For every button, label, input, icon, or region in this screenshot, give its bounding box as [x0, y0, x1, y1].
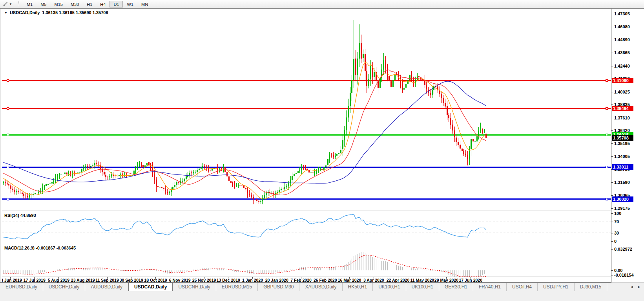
tab-scroll-left-icon[interactable]: ◄ [630, 285, 633, 289]
chart-ohlc-values: 1.36135 1.36165 1.35690 1.35708 [42, 10, 108, 15]
time-axis-label: 28 Jun 2019 [2, 278, 22, 283]
chart-tab-bar: EURUSD,DailyUSDCHF,DailyAUDUSD,DailyUSDC… [0, 283, 644, 291]
time-axis-label: 22 Apr 2020 [387, 278, 410, 283]
time-axis-label: 29 May 2020 [434, 278, 458, 283]
time-axis-label: 30 Sep 2019 [120, 278, 143, 283]
macd-tick-label: 0.00 [611, 268, 622, 273]
time-axis-label: 5 Aug 2019 [48, 278, 69, 283]
chart-tab-usdchf-daily[interactable]: USDCHF,Daily [43, 283, 86, 291]
timeframe-button-m5[interactable]: M5 [36, 1, 50, 7]
tab-scroll-right-icon[interactable]: ► [637, 285, 641, 289]
time-axis-label: 20 Jan 2020 [265, 278, 288, 283]
collapse-icon[interactable]: ▼ [4, 11, 7, 15]
price-level-badge: 1.30020 [612, 196, 633, 202]
chart-window: ▼ USDCAD,Daily 1.36135 1.36165 1.35690 1… [0, 8, 644, 283]
price-tick-label: 1.44890 [611, 37, 630, 42]
price-tick-label: 1.42440 [611, 64, 630, 68]
time-axis-label: 6 Nov 2019 [169, 278, 191, 283]
price-level-badge: 1.33011 [612, 164, 633, 170]
price-tick-label: 1.29175 [611, 206, 630, 211]
price-tick-label: 1.47305 [611, 11, 630, 16]
time-axis-label: 11 Sep 2019 [95, 278, 119, 283]
time-axis-label: 23 Aug 2019 [71, 278, 95, 283]
time-axis-label: 17 Jun 2020 [459, 278, 482, 283]
time-axis-label: 18 Oct 2019 [144, 278, 167, 283]
price-tick-label: 1.43665 [611, 50, 630, 55]
price-level-badge: 1.38464 [612, 106, 633, 111]
timeframe-bar: M1M5M15M30H1H4D1W1MN [23, 1, 152, 7]
chart-tab-usdcad-daily[interactable]: USDCAD,Daily [128, 283, 173, 291]
macd-tick-label: -0.018154 [611, 273, 634, 277]
chevron-down-icon: ▼ [9, 2, 12, 6]
chart-tab-audusd-daily[interactable]: AUDUSD,Daily [85, 283, 128, 291]
chart-tab-dj30-m15[interactable]: DJ30,M15 [575, 283, 608, 291]
chart-tab-eurusd-daily[interactable]: EURUSD,Daily [0, 283, 43, 291]
price-axis[interactable]: 1.473051.460801.448901.436651.424401.412… [611, 9, 644, 283]
price-tick-label: 1.37610 [611, 116, 630, 120]
chart-tab-ger30-h1[interactable]: GER30,H1 [439, 283, 473, 291]
chart-title[interactable]: ▼ USDCAD,Daily 1.36135 1.36165 1.35690 1… [4, 10, 108, 15]
price-tick-label: 1.46080 [611, 24, 630, 29]
chart-tab-eurusd-m15[interactable]: EURUSD,M15 [216, 283, 258, 291]
chart-tab-uk100-h1[interactable]: UK100,H1 [406, 283, 439, 291]
time-axis-label: 25 Nov 2019 [192, 278, 216, 283]
rsi-tick-label: 70 [611, 219, 619, 224]
time-axis-label: 11 May 2020 [410, 278, 434, 283]
time-axis-label: 17 Jul 2019 [24, 278, 46, 283]
time-axis-label: 26 Feb 2020 [314, 278, 337, 283]
time-axis-label: 16 Mar 2020 [338, 278, 361, 283]
timeframe-button-w1[interactable]: W1 [123, 1, 137, 7]
chart-tab-usdcnh-daily[interactable]: USDCNH,Daily [173, 283, 216, 291]
timeframe-button-h1[interactable]: H1 [83, 1, 96, 7]
price-tick-label: 1.35195 [611, 141, 630, 146]
top-toolbar: ▼ M1M5M15M30H1H4D1W1MN [0, 0, 644, 8]
timeframe-button-h4[interactable]: H4 [96, 1, 109, 7]
chart-tab-uk100-h1[interactable]: UK100,H1 [373, 283, 406, 291]
status-strip [0, 291, 644, 301]
rsi-tick-label: 100 [611, 211, 621, 216]
crosshair-tool-icon [2, 1, 8, 7]
rsi-indicator-label: RSI(14) 44.8593 [4, 213, 36, 218]
price-tick-label: 1.34005 [611, 154, 630, 159]
crosshair-tool-button[interactable]: ▼ [1, 0, 14, 7]
price-tick-label: 1.40025 [611, 90, 630, 94]
time-axis-label: 7 Feb 2020 [290, 278, 312, 283]
timeframe-button-m15[interactable]: M15 [50, 1, 66, 7]
candlestick-chart[interactable]: 28 Jun 201917 Jul 20195 Aug 201923 Aug 2… [2, 9, 611, 283]
timeframe-button-m1[interactable]: M1 [23, 1, 36, 7]
macd-indicator-label: MACD(12,26,9) -0.001867 -0.003645 [4, 246, 76, 250]
rsi-tick-label: 0 [611, 239, 617, 244]
chart-symbol-period: USDCAD,Daily [10, 10, 40, 15]
toolbar-drag-grip[interactable] [18, 1, 20, 7]
chart-tab-gbpusd-m30[interactable]: GBPUSD,M30 [258, 283, 299, 291]
timeframe-button-mn[interactable]: MN [137, 1, 152, 7]
rsi-tick-label: 30 [611, 231, 619, 235]
chart-tab-usoil-h4[interactable]: USOil,H4 [507, 283, 538, 291]
time-axis-label: 3 Apr 2020 [363, 278, 384, 283]
chart-tab-hk50-h1[interactable]: HK50,H1 [343, 283, 373, 291]
macd-tick-label: 0.032972 [611, 247, 632, 251]
chart-tab-usdjpy-h1[interactable]: USDJPY,H1 [538, 283, 574, 291]
price-tick-label: 1.31590 [611, 180, 630, 185]
chart-tab-fra40-h1[interactable]: FRA40,H1 [473, 283, 507, 291]
chart-tab-xauusd-daily[interactable]: XAUUSD,Daily [299, 283, 342, 291]
current-price-badge: 1.35708 [612, 135, 633, 141]
timeframe-button-m30[interactable]: M30 [67, 1, 83, 7]
time-axis-label: 13 Dec 2019 [217, 278, 240, 283]
time-axis-label: 1 Jan 2020 [242, 278, 263, 283]
timeframe-button-d1[interactable]: D1 [109, 1, 123, 7]
price-level-badge: 1.41060 [612, 78, 633, 83]
